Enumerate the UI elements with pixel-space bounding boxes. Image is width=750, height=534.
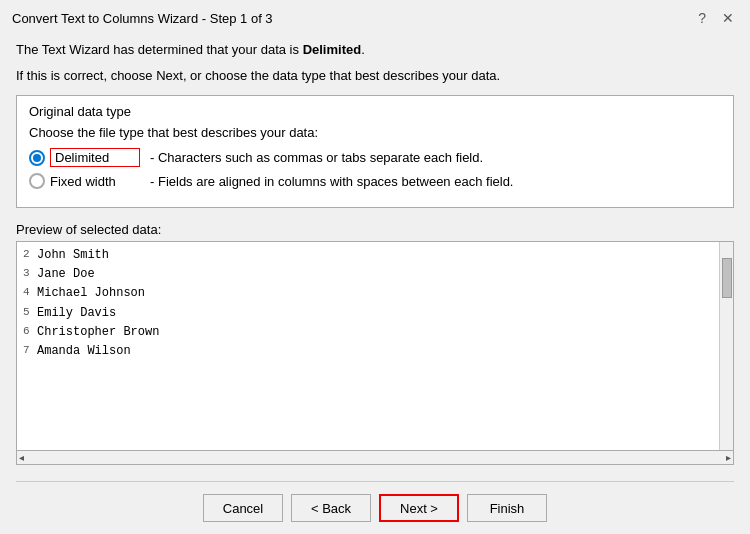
dialog-body: The Text Wizard has determined that your… — [0, 32, 750, 473]
original-data-type-group: Original data type Choose the file type … — [16, 95, 734, 208]
intro-line1: The Text Wizard has determined that your… — [16, 40, 734, 60]
list-item: 4Michael Johnson — [23, 284, 717, 303]
title-bar-controls: ? ✕ — [694, 8, 738, 28]
radio-btn-fixed-width[interactable] — [29, 173, 45, 189]
preview-box[interactable]: 2John Smith 3Jane Doe 4Michael Johnson 5… — [16, 241, 734, 451]
list-item: 7Amanda Wilson — [23, 342, 717, 361]
radio-label-delimited: Delimited — [50, 148, 140, 167]
row-num: 2 — [23, 246, 37, 265]
row-num: 4 — [23, 284, 37, 303]
cancel-button[interactable]: Cancel — [203, 494, 283, 522]
radio-fixed-width[interactable]: Fixed width — [29, 173, 140, 189]
list-item: 6Christopher Brown — [23, 323, 717, 342]
preview-section: Preview of selected data: 2John Smith 3J… — [16, 222, 734, 465]
row-num: 5 — [23, 304, 37, 323]
title-bar: Convert Text to Columns Wizard - Step 1 … — [0, 0, 750, 32]
row-num: 7 — [23, 342, 37, 361]
dialog-title: Convert Text to Columns Wizard - Step 1 … — [12, 11, 273, 26]
radio-desc-fixed-width: - Fields are aligned in columns with spa… — [150, 174, 513, 189]
row-text: Jane Doe — [37, 265, 95, 284]
radio-delimited[interactable]: Delimited — [29, 148, 140, 167]
row-text: Christopher Brown — [37, 323, 159, 342]
radio-btn-delimited[interactable] — [29, 150, 45, 166]
back-button[interactable]: < Back — [291, 494, 371, 522]
footer: Cancel < Back Next > Finish — [0, 473, 750, 534]
preview-content[interactable]: 2John Smith 3Jane Doe 4Michael Johnson 5… — [17, 242, 733, 450]
help-button[interactable]: ? — [694, 8, 710, 28]
row-text: Emily Davis — [37, 304, 116, 323]
preview-label: Preview of selected data: — [16, 222, 734, 237]
row-text: Amanda Wilson — [37, 342, 131, 361]
scroll-left-icon[interactable]: ◂ — [19, 452, 24, 463]
group-title: Original data type — [29, 104, 721, 119]
horizontal-scrollbar[interactable]: ◂ ▸ — [16, 451, 734, 465]
close-button[interactable]: ✕ — [718, 8, 738, 28]
list-item: 2John Smith — [23, 246, 717, 265]
radio-row-fixed-width: Fixed width - Fields are aligned in colu… — [29, 173, 721, 189]
scrollbar-thumb[interactable] — [722, 258, 732, 298]
delimited-bold: Delimited — [303, 42, 362, 57]
radio-row-delimited: Delimited - Characters such as commas or… — [29, 148, 721, 167]
footer-buttons: Cancel < Back Next > Finish — [16, 494, 734, 522]
vertical-scrollbar[interactable] — [719, 242, 733, 450]
next-button[interactable]: Next > — [379, 494, 459, 522]
row-num: 6 — [23, 323, 37, 342]
choose-text: Choose the file type that best describes… — [29, 125, 721, 140]
scroll-right-icon[interactable]: ▸ — [726, 452, 731, 463]
row-text: Michael Johnson — [37, 284, 145, 303]
row-text: John Smith — [37, 246, 109, 265]
row-num: 3 — [23, 265, 37, 284]
radio-desc-delimited: - Characters such as commas or tabs sepa… — [150, 150, 483, 165]
finish-button[interactable]: Finish — [467, 494, 547, 522]
radio-label-fixed-width: Fixed width — [50, 174, 140, 189]
footer-divider — [16, 481, 734, 482]
list-item: 5Emily Davis — [23, 304, 717, 323]
list-item: 3Jane Doe — [23, 265, 717, 284]
intro-line2: If this is correct, choose Next, or choo… — [16, 66, 734, 86]
radio-dot-delimited — [33, 154, 41, 162]
